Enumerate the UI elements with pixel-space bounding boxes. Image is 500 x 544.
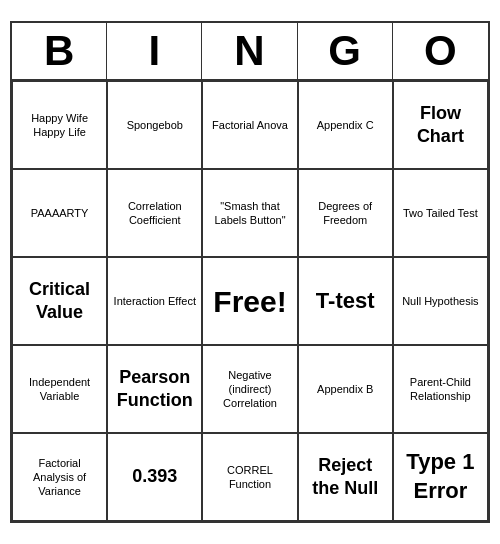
bingo-cell-10: Critical Value <box>12 257 107 345</box>
bingo-cell-1: Spongebob <box>107 81 202 169</box>
bingo-cell-3: Appendix C <box>298 81 393 169</box>
cell-text-15: Independent Variable <box>17 375 102 404</box>
cell-text-19: Parent-Child Relationship <box>398 375 483 404</box>
cell-text-14: Null Hypothesis <box>402 294 478 308</box>
cell-text-20: Factorial Analysis of Variance <box>17 456 102 499</box>
bingo-cell-23: Reject the Null <box>298 433 393 521</box>
cell-text-24: Type 1 Error <box>398 448 483 505</box>
cell-text-13: T-test <box>316 287 375 316</box>
cell-text-22: CORREL Function <box>207 463 292 492</box>
cell-text-18: Appendix B <box>317 382 373 396</box>
cell-text-6: Correlation Coefficient <box>112 199 197 228</box>
bingo-cell-22: CORREL Function <box>202 433 297 521</box>
header-letter-o: O <box>393 23 488 79</box>
bingo-cell-21: 0.393 <box>107 433 202 521</box>
header-letter-g: G <box>298 23 393 79</box>
cell-text-9: Two Tailed Test <box>403 206 478 220</box>
bingo-cell-12: Free! <box>202 257 297 345</box>
cell-text-16: Pearson Function <box>112 366 197 413</box>
cell-text-4: Flow Chart <box>398 102 483 149</box>
bingo-grid: Happy Wife Happy LifeSpongebobFactorial … <box>12 81 488 521</box>
cell-text-23: Reject the Null <box>303 454 388 501</box>
bingo-cell-15: Independent Variable <box>12 345 107 433</box>
bingo-cell-14: Null Hypothesis <box>393 257 488 345</box>
bingo-cell-16: Pearson Function <box>107 345 202 433</box>
cell-text-11: Interaction Effect <box>114 294 196 308</box>
bingo-cell-11: Interaction Effect <box>107 257 202 345</box>
bingo-cell-18: Appendix B <box>298 345 393 433</box>
bingo-cell-19: Parent-Child Relationship <box>393 345 488 433</box>
bingo-cell-5: PAAAARTY <box>12 169 107 257</box>
bingo-cell-20: Factorial Analysis of Variance <box>12 433 107 521</box>
cell-text-12: Free! <box>213 282 286 321</box>
bingo-cell-4: Flow Chart <box>393 81 488 169</box>
cell-text-7: "Smash that Labels Button" <box>207 199 292 228</box>
cell-text-0: Happy Wife Happy Life <box>17 111 102 140</box>
cell-text-3: Appendix C <box>317 118 374 132</box>
cell-text-10: Critical Value <box>17 278 102 325</box>
header-letter-i: I <box>107 23 202 79</box>
bingo-card: BINGO Happy Wife Happy LifeSpongebobFact… <box>10 21 490 523</box>
bingo-header: BINGO <box>12 23 488 81</box>
header-letter-b: B <box>12 23 107 79</box>
cell-text-17: Negative (indirect) Correlation <box>207 368 292 411</box>
cell-text-8: Degrees of Freedom <box>303 199 388 228</box>
bingo-cell-2: Factorial Anova <box>202 81 297 169</box>
bingo-cell-24: Type 1 Error <box>393 433 488 521</box>
cell-text-5: PAAAARTY <box>31 206 89 220</box>
cell-text-1: Spongebob <box>127 118 183 132</box>
bingo-cell-9: Two Tailed Test <box>393 169 488 257</box>
bingo-cell-17: Negative (indirect) Correlation <box>202 345 297 433</box>
bingo-cell-7: "Smash that Labels Button" <box>202 169 297 257</box>
cell-text-2: Factorial Anova <box>212 118 288 132</box>
bingo-cell-8: Degrees of Freedom <box>298 169 393 257</box>
bingo-cell-6: Correlation Coefficient <box>107 169 202 257</box>
bingo-cell-0: Happy Wife Happy Life <box>12 81 107 169</box>
cell-text-21: 0.393 <box>132 465 177 488</box>
bingo-cell-13: T-test <box>298 257 393 345</box>
header-letter-n: N <box>202 23 297 79</box>
